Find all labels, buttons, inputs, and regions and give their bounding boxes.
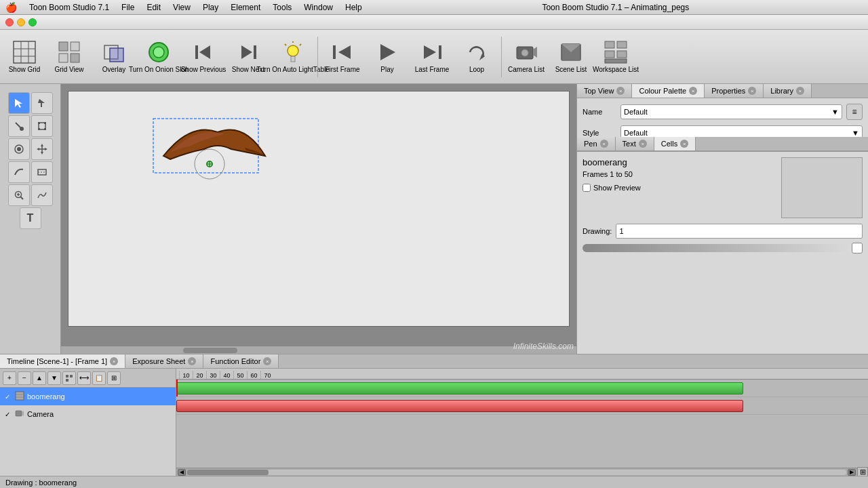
name-select[interactable]: Default ▼ bbox=[620, 104, 842, 119]
first-frame-button[interactable]: First Frame bbox=[321, 33, 364, 81]
menu-item-view[interactable]: View bbox=[167, 1, 196, 14]
smooth-tool-button[interactable] bbox=[31, 184, 53, 206]
tab-cells[interactable]: Cells × bbox=[654, 137, 696, 150]
svg-marker-23 bbox=[338, 45, 351, 59]
tab-timeline[interactable]: Timeline [Scene-1] - [Frame 1] × bbox=[0, 354, 125, 368]
tab-function-editor[interactable]: Function Editor × bbox=[203, 354, 279, 368]
tl-tool-6[interactable]: ⟷ bbox=[77, 371, 91, 385]
tl-expand-button[interactable]: ⊞ bbox=[107, 371, 121, 385]
arrow-tool-button[interactable] bbox=[31, 92, 53, 114]
close-button[interactable] bbox=[5, 18, 14, 26]
toolbar-separator-1 bbox=[317, 37, 318, 77]
tl-tool-2[interactable]: − bbox=[18, 371, 31, 385]
status-text: Drawing : boomerang bbox=[5, 479, 77, 487]
library-close[interactable]: × bbox=[796, 87, 804, 95]
text-tab-close[interactable]: × bbox=[639, 140, 647, 148]
canvas-hscrollbar-thumb[interactable] bbox=[183, 348, 237, 353]
show-preview-checkbox[interactable] bbox=[583, 184, 591, 192]
svg-marker-55 bbox=[45, 148, 47, 150]
grid-view-button[interactable]: Grid View bbox=[47, 33, 91, 81]
tl-tool-3[interactable]: ▲ bbox=[33, 371, 46, 385]
brush-tool-button[interactable] bbox=[8, 115, 30, 137]
menubar: 🍎 Toon Boom Studio 7.1 File Edit View Pl… bbox=[0, 0, 868, 15]
menu-item-play[interactable]: Play bbox=[197, 1, 224, 14]
svg-rect-5 bbox=[59, 42, 68, 51]
tab-colour-palette[interactable]: Colour Palette × bbox=[632, 84, 705, 98]
overlay-button[interactable]: Overlay bbox=[92, 33, 136, 81]
function-editor-tab-close[interactable]: × bbox=[263, 357, 271, 365]
menu-item-window[interactable]: Window bbox=[298, 1, 338, 14]
tab-exposure-sheet[interactable]: Exposure Sheet × bbox=[125, 354, 203, 368]
zoom-tool-button[interactable] bbox=[8, 184, 30, 206]
reposition-tool-button[interactable] bbox=[31, 161, 53, 183]
cells-tab-close[interactable]: × bbox=[680, 140, 688, 148]
show-grid-button[interactable]: Show Grid bbox=[3, 33, 46, 81]
layer-row-camera[interactable]: ✓ Camera bbox=[0, 405, 176, 423]
show-preview-label: Show Preview bbox=[593, 184, 641, 192]
turn-on-auto-lighttable-button[interactable]: Turn On Auto LightTable bbox=[271, 33, 315, 81]
canvas-viewport[interactable]: InfiniteSkills.com bbox=[61, 84, 576, 354]
camera-track[interactable] bbox=[176, 397, 868, 415]
tab-text[interactable]: Text × bbox=[616, 137, 654, 150]
camera-list-button[interactable]: Camera List bbox=[505, 33, 548, 81]
apple-menu[interactable]: 🍎 bbox=[5, 2, 17, 13]
pen-tab-close[interactable]: × bbox=[600, 140, 608, 148]
tl-tool-5[interactable] bbox=[62, 371, 76, 385]
timeline-expand[interactable]: ⊞ bbox=[857, 467, 868, 476]
menu-item-file[interactable]: File bbox=[116, 1, 140, 14]
tab-properties[interactable]: Properties × bbox=[705, 84, 764, 98]
properties-close[interactable]: × bbox=[748, 87, 756, 95]
canvas-hscrollbar[interactable] bbox=[61, 346, 576, 354]
timeline-scroll-left[interactable]: ◀ bbox=[178, 469, 186, 476]
turn-on-onion-skin-button[interactable]: Turn On Onion Skin bbox=[137, 33, 180, 81]
menu-item-edit[interactable]: Edit bbox=[141, 1, 166, 14]
minimize-button[interactable] bbox=[17, 18, 25, 26]
timeline-scrollbar-thumb[interactable] bbox=[187, 470, 269, 475]
tab-pen[interactable]: Pen × bbox=[577, 137, 616, 150]
colour-palette-close[interactable]: × bbox=[689, 87, 697, 95]
workspace-list-button[interactable]: Workspace List bbox=[594, 33, 637, 81]
boomerang-track[interactable] bbox=[176, 380, 868, 397]
transform-tool-button[interactable] bbox=[31, 115, 53, 137]
style-select[interactable]: Default ▼ bbox=[620, 125, 863, 137]
timeline-scroll-track bbox=[187, 470, 846, 475]
tab-library[interactable]: Library × bbox=[764, 84, 812, 98]
tl-tool-4[interactable]: ▼ bbox=[47, 371, 61, 385]
maximize-button[interactable] bbox=[28, 18, 37, 26]
tl-tool-7[interactable]: 📋 bbox=[92, 371, 106, 385]
scene-list-button[interactable]: Scene List bbox=[549, 33, 593, 81]
exposure-sheet-tab-close[interactable]: × bbox=[188, 357, 196, 365]
text-tool-button[interactable]: T bbox=[20, 207, 41, 229]
svg-rect-0 bbox=[14, 41, 35, 63]
show-previous-button[interactable]: Show Previous bbox=[182, 33, 225, 81]
layer-check-camera[interactable]: ✓ bbox=[3, 409, 12, 419]
timeline-hscrollbar[interactable]: ◀ ▶ ⊞ bbox=[176, 468, 868, 476]
top-view-close[interactable]: × bbox=[616, 87, 625, 95]
svg-rect-6 bbox=[71, 42, 79, 51]
stroke-tool-button[interactable] bbox=[8, 161, 30, 183]
layer-row-boomerang[interactable]: ✓ boomerang bbox=[0, 388, 176, 405]
playhead[interactable] bbox=[176, 380, 178, 396]
overlay-label: Overlay bbox=[102, 66, 125, 74]
name-action-button[interactable]: ≡ bbox=[846, 104, 863, 120]
play-button[interactable]: Play bbox=[366, 33, 409, 81]
tab-top-view[interactable]: Top View × bbox=[577, 84, 632, 98]
timeline-tab-close[interactable]: × bbox=[110, 357, 118, 365]
cells-slider[interactable] bbox=[583, 244, 863, 252]
paint-tool-button[interactable] bbox=[8, 138, 30, 160]
menu-item-help[interactable]: Help bbox=[340, 1, 368, 14]
cells-slider-thumb[interactable] bbox=[852, 243, 863, 253]
cells-drawing-input[interactable]: 1 bbox=[616, 224, 863, 239]
toolbar: Show Grid Grid View Overlay bbox=[0, 30, 868, 84]
loop-button[interactable]: Loop bbox=[455, 33, 498, 81]
select-tool-button[interactable] bbox=[8, 92, 30, 114]
layer-check-boomerang[interactable]: ✓ bbox=[3, 392, 12, 401]
tl-tool-1[interactable]: + bbox=[3, 371, 16, 385]
move-tool-button[interactable] bbox=[31, 138, 53, 160]
show-next-button[interactable]: Show Next bbox=[226, 33, 270, 81]
timeline-scroll-right[interactable]: ▶ bbox=[848, 469, 856, 476]
last-frame-button[interactable]: Last Frame bbox=[410, 33, 454, 81]
menu-item-tools[interactable]: Tools bbox=[267, 1, 297, 14]
menu-item-element[interactable]: Element bbox=[225, 1, 266, 14]
menu-item-app[interactable]: Toon Boom Studio 7.1 bbox=[24, 1, 115, 14]
